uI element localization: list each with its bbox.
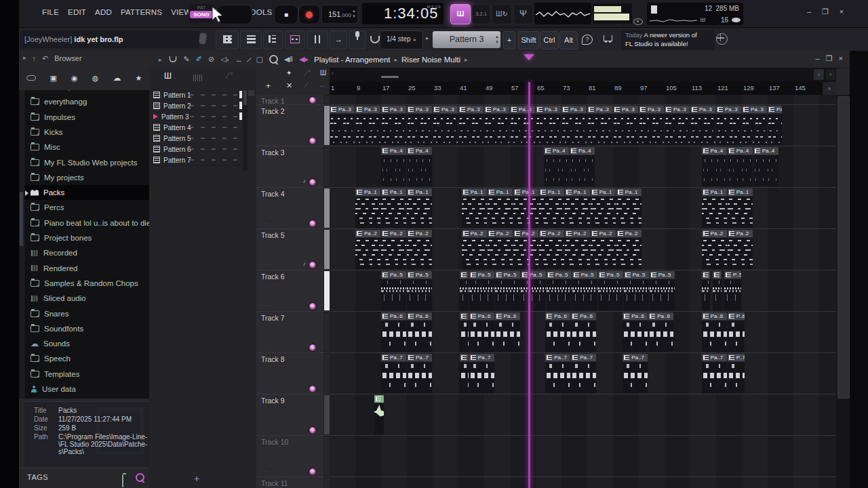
export-button[interactable]: → <box>330 30 347 49</box>
clip-pa-4[interactable]: Pa..4 <box>728 147 753 186</box>
playhead-marker[interactable] <box>524 54 534 60</box>
browser-tab-cloud[interactable]: ☁ <box>113 73 121 83</box>
clip-pa-2[interactable]: Pa..2 <box>539 230 564 269</box>
app-close-button[interactable]: × <box>837 7 846 16</box>
browser-scrollbar[interactable] <box>19 90 24 399</box>
clip-pa-1[interactable]: Pa..1 <box>462 188 487 228</box>
clip-header[interactable]: Pa..4 <box>728 147 753 155</box>
track-lane-track-11[interactable] <box>330 477 836 488</box>
help-bubble-icon[interactable]: ? <box>582 35 593 45</box>
clip-header[interactable] <box>702 271 710 279</box>
clip-pa-2[interactable]: Pa..2 <box>381 230 406 269</box>
track-record-led[interactable] <box>309 385 317 393</box>
clip-header[interactable]: Pa..4 <box>407 147 432 155</box>
clip-header[interactable]: Pa..3 <box>433 106 458 114</box>
clip-pa-1[interactable]: Pa..1 <box>539 188 564 228</box>
clip-header[interactable] <box>374 395 384 403</box>
track-header-track-5[interactable]: Track 5♪··· <box>256 229 324 270</box>
clip-pa-3[interactable]: Pa..3 <box>665 106 690 145</box>
clip-pa-5[interactable]: Pa..5 <box>598 271 623 310</box>
track-lane-track-2[interactable]: Pa..3Pa..3Pa..3Pa..3Pa..3Pa..3Pa..3Pa..3… <box>330 105 836 146</box>
mixer-button[interactable] <box>307 30 328 49</box>
clip-pa-3[interactable]: Pa..3 <box>639 106 664 145</box>
playlist-button[interactable] <box>216 30 239 49</box>
clip-pa-6[interactable]: Pa..6 <box>469 312 494 352</box>
clip-header[interactable]: Pa..2 <box>616 230 642 238</box>
browser-tab-sounds[interactable] <box>26 75 36 81</box>
shift-key-button[interactable]: Shift <box>518 31 539 49</box>
timeline-ruler[interactable]: ᴧ 19172533414957657381899710511312112913… <box>330 82 836 95</box>
wait-for-input-toggle[interactable]: Ψ <box>513 4 533 24</box>
clip-pa-5[interactable]: Pa..5 <box>407 271 432 310</box>
vertical-scrollbar-thumb[interactable] <box>837 96 850 399</box>
track-options-dots[interactable]: ··· <box>262 179 269 185</box>
clip-pa-4[interactable]: Pa..4 <box>381 147 406 186</box>
clip-pa-2[interactable]: Pa..2 <box>728 230 753 269</box>
clip-header[interactable]: Pa..5 <box>407 271 432 279</box>
clip-mini[interactable] <box>460 312 468 352</box>
app-minimize-button[interactable]: – <box>804 7 814 16</box>
clip-mini[interactable] <box>460 271 468 310</box>
browser-scrollbar-thumb[interactable] <box>20 192 23 246</box>
clip-header[interactable]: Pa..2 <box>407 230 432 238</box>
menu-file[interactable]: FILE <box>42 8 59 19</box>
draw-tool-icon[interactable]: ✎ <box>184 55 190 64</box>
track-header-track-6[interactable]: Track 6··· <box>256 270 324 311</box>
clip-header[interactable]: Pa..1 <box>381 188 406 197</box>
scroll-corner-button[interactable]: ▪ <box>826 69 835 80</box>
clip-pa-1[interactable]: Pa..1 <box>381 188 406 228</box>
clip-header[interactable]: Pa..5 <box>469 271 494 279</box>
track-options-dots[interactable]: ··· <box>262 220 269 226</box>
zoom-tool-icon[interactable] <box>269 55 278 64</box>
track-lane-track-3[interactable]: Pa..4Pa..4Pa..4Pa..4Pa..4Pa..4Pa..4 <box>330 146 836 187</box>
clip-header[interactable]: Pa..5 <box>650 271 675 279</box>
browser-item-envelopes[interactable]: Envelopes <box>24 90 149 94</box>
clip-pa-4[interactable]: Pa..4 <box>570 147 595 186</box>
clip-header[interactable]: Pa..3 <box>665 106 690 114</box>
clip-header[interactable]: Pa..5 <box>521 271 546 279</box>
tags-search-icon[interactable] <box>136 473 144 482</box>
track-header-track-2[interactable]: Track 2··· <box>256 105 324 146</box>
pattern-item-pattern-3[interactable]: Pattern 3 <box>151 111 245 123</box>
clip-header[interactable]: Pa..1 <box>407 188 432 197</box>
update-notification[interactable]: Today A newer version of FL Studio is av… <box>621 30 715 50</box>
clear-button[interactable]: ✕ <box>286 81 292 90</box>
scroll-right-button[interactable]: › <box>814 69 824 80</box>
clip-header[interactable] <box>713 271 721 279</box>
clip-pa-5[interactable]: Pa..5 <box>650 271 675 310</box>
clip-header[interactable]: Pa..4 <box>544 147 569 155</box>
clip-pa-1[interactable]: Pa..1 <box>513 188 538 228</box>
track-header-track-9[interactable]: Track 9··· <box>256 394 324 435</box>
browser-tab-web[interactable]: ◍ <box>92 74 99 83</box>
clip-header[interactable]: Pa..3 <box>742 106 767 114</box>
playlist-menu-arrow[interactable]: ▸ <box>159 56 162 63</box>
track-header-track-11[interactable]: Track 11··· <box>256 477 324 488</box>
stop-button[interactable]: ■ <box>274 5 298 24</box>
clip-header[interactable]: Pa..3 <box>768 106 782 114</box>
typing-keyboard-toggle[interactable]: Ш <box>450 4 471 24</box>
clip-pa-5[interactable]: Pa..5 <box>624 271 649 310</box>
clip-header[interactable]: Pa..3 <box>536 106 561 114</box>
browser-item-rendered[interactable]: Rendered <box>24 261 149 276</box>
browser-up-icon[interactable]: ↑ <box>33 54 37 63</box>
clip-header[interactable] <box>460 312 468 321</box>
time-display[interactable]: 1:34:05 M:S:CS <box>362 3 443 24</box>
clip-pa-3[interactable]: Pa..3 <box>407 106 432 145</box>
clip-pa-3[interactable]: Pa..3 <box>355 106 380 145</box>
clip-header[interactable]: Pa..3 <box>613 106 638 114</box>
ctrl-key-button[interactable]: Ctrl <box>540 31 559 49</box>
track-record-led[interactable] <box>309 261 317 269</box>
track-options-dots[interactable]: ··· <box>262 262 269 268</box>
playlist-snap-icon[interactable] <box>169 56 176 62</box>
clip-header[interactable]: Pa..5 <box>572 271 597 279</box>
playlist-close-button[interactable]: × <box>839 54 843 63</box>
mute-tool-icon[interactable]: ◁× <box>220 55 229 64</box>
clip-header[interactable]: Pa..7 <box>381 354 406 362</box>
clip-header[interactable]: Pa..1 <box>355 188 380 197</box>
track-lane-track-5[interactable]: Pa..2Pa..2Pa..2Pa..2Pa..2Pa..2Pa..2Pa..2… <box>330 229 836 270</box>
clip-pa-6[interactable]: Pa..6 <box>623 312 648 352</box>
browser-item-sounds[interactable]: ☁Sounds <box>24 336 149 351</box>
clip-pa-3[interactable]: Pa..3 <box>742 106 767 145</box>
clip-header[interactable]: Pa..1 <box>728 188 753 197</box>
clip-header[interactable]: Pa..3 <box>484 106 509 114</box>
